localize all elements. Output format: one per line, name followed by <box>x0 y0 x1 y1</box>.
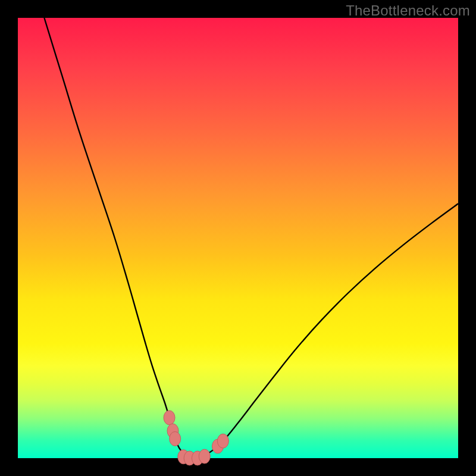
data-marker <box>170 431 181 446</box>
watermark-text: TheBottleneck.com <box>346 2 470 19</box>
outer-frame: TheBottleneck.com <box>0 0 476 476</box>
chart-plot-area <box>18 18 458 458</box>
left-curve <box>44 18 194 458</box>
chart-markers <box>164 411 228 465</box>
data-marker <box>164 411 175 425</box>
data-marker <box>217 434 228 448</box>
data-marker <box>199 449 210 464</box>
chart-svg <box>18 18 458 458</box>
right-curve <box>194 203 458 458</box>
